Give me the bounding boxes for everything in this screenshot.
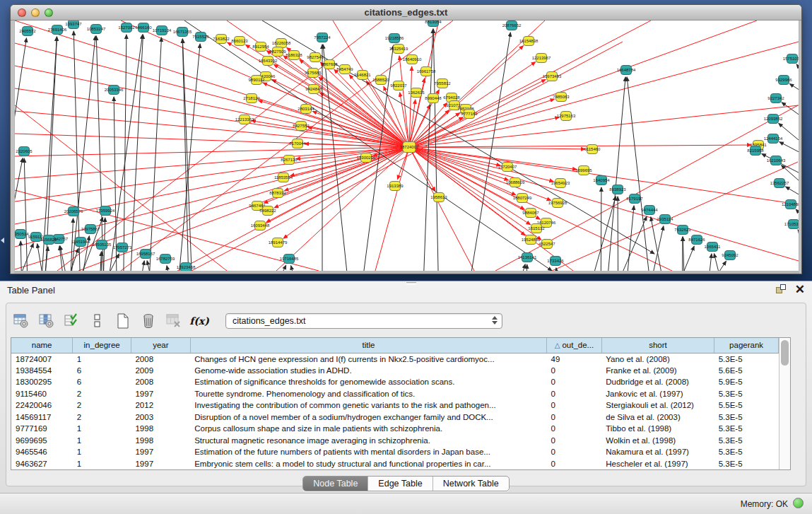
table-source-dropdown[interactable]: citations_edges.txt bbox=[225, 313, 502, 329]
graph-node-label: 6179197 bbox=[626, 197, 643, 201]
memory-status-icon[interactable] bbox=[793, 498, 804, 508]
graph-node-label: 16961758 bbox=[417, 69, 436, 74]
network-window-titlebar[interactable]: citations_edges.txt bbox=[11, 5, 801, 21]
function-builder-button[interactable]: f(x) bbox=[190, 312, 208, 330]
table-scrollbar-thumb[interactable] bbox=[781, 340, 789, 366]
tab-edge-table[interactable]: Edge Table bbox=[368, 477, 433, 491]
graph-node-label: 11853554 bbox=[274, 175, 293, 180]
network-window-title: citations_edges.txt bbox=[11, 7, 801, 18]
tab-network-table[interactable]: Network Table bbox=[433, 477, 509, 491]
graph-node-label: 10975867 bbox=[81, 227, 100, 231]
graph-node-label: 10719134 bbox=[153, 28, 172, 33]
graph-node-label: 18226058 bbox=[272, 41, 291, 45]
graph-node-label: 15751074 bbox=[783, 57, 799, 61]
graph-node-label: 9424848 bbox=[305, 87, 322, 91]
table-cell: 6 bbox=[73, 376, 131, 388]
graph-edge bbox=[525, 264, 527, 271]
graph-node-label: 12975163 bbox=[557, 114, 576, 118]
graph-node-label: 14136141 bbox=[518, 255, 537, 259]
table-cell: 2 bbox=[73, 388, 131, 400]
graph-node-label: 8427552 bbox=[293, 124, 310, 128]
graph-node-label: 8471626 bbox=[688, 238, 705, 242]
column-settings-button[interactable] bbox=[37, 312, 56, 330]
row-height-button[interactable] bbox=[88, 312, 107, 330]
graph-node-label: 1913389 bbox=[387, 184, 404, 188]
delete-rows-button[interactable] bbox=[139, 312, 158, 330]
graph-node-label: 10688609 bbox=[506, 180, 525, 185]
table-row[interactable]: 946362711997Embryonic stem cells: a mode… bbox=[11, 458, 779, 470]
graph-edge bbox=[323, 45, 354, 271]
table-row[interactable]: 946554611997Estimation of the future num… bbox=[11, 446, 779, 458]
table-cell: Structural magnetic resonance image aver… bbox=[190, 435, 546, 447]
table-cell: 19384554 bbox=[11, 365, 73, 377]
table-panel-header: Table Panel ✕ bbox=[0, 281, 812, 300]
column-header-name[interactable]: name bbox=[11, 338, 73, 353]
table-cell: Stergiakouli et al. (2012) bbox=[601, 399, 714, 411]
tab-node-table[interactable]: Node Table bbox=[303, 477, 368, 491]
table-cell: 1 bbox=[73, 435, 131, 447]
table-cell: 1997 bbox=[131, 388, 190, 400]
splitter-collapse-arrow[interactable] bbox=[1, 238, 4, 243]
table-cell: Wolkin et al. (1998) bbox=[601, 435, 714, 447]
network-desktop: citations_edges.txt 18724007183002957163… bbox=[0, 0, 812, 281]
table-row[interactable]: 911546021997Tourette syndrome. Phenomeno… bbox=[11, 388, 779, 400]
graph-edge bbox=[96, 36, 105, 271]
graph-node-label: 8660123 bbox=[231, 39, 248, 43]
column-header-title[interactable]: title bbox=[190, 338, 546, 353]
graph-node-label: 16958167 bbox=[136, 252, 155, 256]
table-row[interactable]: 1830029562008Estimation of significance … bbox=[11, 376, 779, 388]
table-row[interactable]: 977716911998Corpus callosum shape and si… bbox=[11, 423, 779, 435]
table-cell: 0 bbox=[547, 446, 602, 458]
table-cell: 5.3E-5 bbox=[714, 411, 779, 424]
graph-node-label: 15720407 bbox=[498, 165, 517, 169]
graph-node-label: 12104811 bbox=[782, 202, 799, 206]
graph-node-label: 16154838 bbox=[519, 39, 539, 43]
table-settings-button[interactable] bbox=[12, 312, 30, 330]
table-panel: Table Panel ✕ bbox=[0, 281, 812, 514]
table-cell: 5.3E-5 bbox=[714, 446, 779, 458]
select-rows-button[interactable] bbox=[63, 312, 81, 330]
column-header-year[interactable]: year bbox=[131, 338, 190, 353]
table-cell: Hescheler et al. (1997) bbox=[601, 458, 714, 470]
graph-node-label: 13562257 bbox=[770, 181, 789, 185]
graph-edge bbox=[78, 147, 409, 271]
table-row[interactable]: 1872400712008Changes of HCN gene express… bbox=[11, 353, 779, 365]
table-cell: 0 bbox=[547, 388, 602, 400]
table-cell: Changes of HCN gene expression and I(f) … bbox=[190, 353, 546, 365]
column-header-short[interactable]: short bbox=[601, 338, 714, 353]
graph-edge bbox=[133, 261, 144, 271]
table-cell: 2003 bbox=[131, 411, 190, 424]
table-cell: 1 bbox=[73, 446, 131, 458]
delete-table-button[interactable] bbox=[165, 312, 183, 330]
graph-edge bbox=[796, 64, 799, 104]
float-panel-icon[interactable] bbox=[776, 284, 787, 295]
table-cell: 0 bbox=[547, 458, 602, 470]
network-canvas-frame: 1872400718300295716382286601238912954182… bbox=[14, 21, 799, 274]
table-cell: Jankovic et al. (1997) bbox=[601, 388, 714, 400]
graph-edge bbox=[798, 230, 799, 269]
table-row[interactable]: 1456911722003Disruption of a novel membe… bbox=[11, 411, 779, 424]
table-cell: 0 bbox=[547, 411, 602, 424]
table-cell: 0 bbox=[547, 435, 602, 447]
graph-node-label: 18914479 bbox=[269, 240, 288, 245]
graph-edge bbox=[433, 29, 440, 271]
node-table-grid: namein_degreeyeartitle△out_de...shortpag… bbox=[11, 338, 779, 469]
graph-node-label: 8813054 bbox=[425, 21, 442, 24]
column-header-in_degree[interactable]: in_degree bbox=[73, 338, 131, 353]
table-scrollbar[interactable] bbox=[779, 338, 790, 469]
graph-edge bbox=[409, 147, 799, 261]
table-row[interactable]: 969969511998Structural magnetic resonanc… bbox=[11, 435, 779, 447]
network-canvas[interactable]: 1872400718300295716382286601238912954182… bbox=[15, 21, 799, 271]
table-header-row: namein_degreeyeartitle△out_de...shortpag… bbox=[11, 338, 779, 353]
graph-edge bbox=[662, 246, 694, 271]
close-panel-icon[interactable]: ✕ bbox=[795, 284, 805, 295]
table-cell: 5.3E-5 bbox=[714, 353, 779, 365]
panel-resize-grip[interactable] bbox=[406, 282, 416, 285]
new-document-button[interactable] bbox=[114, 312, 132, 330]
table-row[interactable]: 1938455462009Genome-wide association stu… bbox=[11, 365, 779, 377]
table-cell: Estimation of the future numbers of pati… bbox=[190, 446, 546, 458]
column-header-pagerank[interactable]: pagerank bbox=[714, 338, 779, 353]
column-header-out_de[interactable]: △out_de... bbox=[547, 338, 602, 353]
table-row[interactable]: 2242004622012Investigating the contribut… bbox=[11, 399, 779, 411]
graph-node-label: 1362615 bbox=[408, 90, 425, 95]
